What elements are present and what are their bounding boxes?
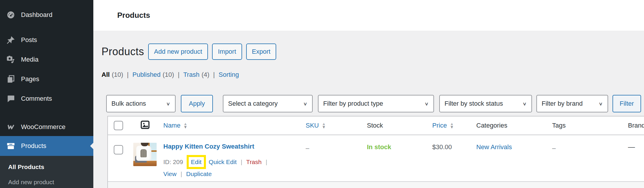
- next-table-row-partial: [108, 182, 644, 188]
- row-price-value: $30.00: [432, 143, 452, 151]
- sidebar-item-label: Products: [21, 142, 46, 150]
- submenu-item-all-products[interactable]: All Products: [8, 161, 93, 173]
- chevron-down-icon: ∨: [522, 101, 527, 106]
- edit-link-highlighted[interactable]: Edit: [187, 155, 206, 169]
- chevron-down-icon: ∨: [166, 101, 170, 106]
- product-type-value: Filter by product type: [323, 100, 383, 107]
- trash-link[interactable]: Trash: [246, 159, 262, 165]
- chevron-down-icon: ∨: [303, 101, 307, 106]
- row-actions-line-2: View | Duplicate: [163, 169, 303, 179]
- product-type-select[interactable]: Filter by product type ∨: [318, 95, 434, 112]
- sidebar-item-dashboard[interactable]: Dashboard: [0, 8, 93, 22]
- view-separator: |: [178, 71, 180, 79]
- main-content: Products Add new product Import Export A…: [93, 31, 644, 188]
- row-checkbox[interactable]: [114, 145, 123, 154]
- sidebar-item-label: Comments: [21, 95, 52, 102]
- quick-edit-link[interactable]: Quick Edit: [209, 159, 237, 165]
- stock-status-select[interactable]: Filter by stock status ∨: [439, 95, 532, 112]
- brand-value: Filter by brand: [542, 100, 583, 107]
- bulk-actions-value: Bulk actions: [111, 100, 146, 107]
- pushpin-icon: [6, 35, 16, 45]
- view-published-link[interactable]: Published: [132, 71, 161, 79]
- view-trash-count: (4): [202, 71, 209, 79]
- sidebar-item-label: Dashboard: [21, 11, 52, 19]
- column-header-tags: Tags: [552, 122, 566, 129]
- current-menu-arrow: [90, 143, 93, 149]
- stock-status-badge: In stock: [367, 143, 391, 151]
- row-brand-value: —: [628, 143, 635, 151]
- topbar-title: Products: [117, 11, 150, 20]
- products-box-icon: [6, 141, 16, 151]
- pages-icon: [6, 74, 16, 84]
- select-all-checkbox[interactable]: [114, 121, 123, 130]
- view-separator: |: [127, 71, 129, 79]
- view-trash-link[interactable]: Trash: [183, 71, 199, 79]
- media-icon: [6, 55, 16, 65]
- image-column-icon: [140, 120, 150, 132]
- dashboard-icon: [6, 10, 16, 20]
- page-heading-row: Products Add new product Import Export: [102, 43, 644, 60]
- product-name-link[interactable]: Happy Kitten Cozy Sweatshirt: [163, 143, 254, 150]
- view-all-link[interactable]: All: [102, 71, 110, 79]
- row-actions-line-1: ID: 209 Edit Quick Edit | Trash |: [163, 155, 303, 169]
- admin-sidebar: Dashboard Posts Media Pages Comments: [0, 0, 93, 188]
- sidebar-item-woocommerce[interactable]: WooCommerce: [0, 120, 93, 134]
- filter-button[interactable]: Filter: [612, 95, 641, 112]
- sidebar-item-label: Media: [21, 56, 38, 63]
- sidebar-item-posts[interactable]: Posts: [0, 33, 93, 47]
- category-link[interactable]: New Arrivals: [476, 143, 512, 151]
- sidebar-item-pages[interactable]: Pages: [0, 72, 93, 86]
- sort-arrows-icon: ▲ ▼: [322, 122, 326, 129]
- column-header-brand: Brand: [628, 122, 644, 129]
- row-tags-value: –: [552, 145, 556, 152]
- stock-status-value: Filter by stock status: [444, 100, 503, 107]
- sidebar-item-label: WooCommerce: [21, 123, 65, 131]
- import-button[interactable]: Import: [212, 43, 242, 60]
- view-published-count: (10): [163, 71, 174, 79]
- add-new-product-button[interactable]: Add new product: [148, 43, 208, 60]
- view-separator: |: [213, 71, 215, 79]
- view-filter-links: All (10) | Published (10) | Trash (4) | …: [102, 71, 644, 79]
- column-header-stock: Stock: [367, 122, 383, 129]
- column-header-sku[interactable]: SKU ▲ ▼: [306, 122, 326, 129]
- column-header-categories: Categories: [476, 122, 507, 129]
- apply-button[interactable]: Apply: [181, 95, 213, 112]
- view-all-count: (10): [112, 71, 123, 79]
- submenu-item-add-new-product[interactable]: Add new product: [8, 176, 93, 188]
- sidebar-item-products[interactable]: Products: [0, 136, 93, 156]
- sort-arrows-icon: ▲ ▼: [450, 122, 454, 129]
- page-title: Products: [102, 46, 144, 58]
- table-row: Happy Kitten Cozy Sweatshirt ID: 209 Edi…: [108, 135, 644, 182]
- row-actions: ID: 209 Edit Quick Edit | Trash | View |…: [163, 155, 303, 179]
- duplicate-link[interactable]: Duplicate: [186, 170, 212, 177]
- row-sku-value: –: [306, 145, 309, 152]
- products-table: Name ▲ ▼ SKU ▲ ▼ Stock: [107, 116, 644, 188]
- sidebar-item-comments[interactable]: Comments: [0, 91, 93, 106]
- comment-bubble-icon: [6, 94, 16, 104]
- filters-row: Bulk actions ∨ Apply Select a category ∨…: [106, 95, 644, 112]
- category-select[interactable]: Select a category ∨: [223, 95, 313, 112]
- sidebar-item-label: Posts: [21, 36, 37, 44]
- sidebar-item-media[interactable]: Media: [0, 52, 93, 67]
- category-value: Select a category: [228, 100, 278, 107]
- view-sorting-link[interactable]: Sorting: [218, 71, 239, 79]
- column-header-name[interactable]: Name ▲ ▼: [163, 122, 188, 129]
- chevron-down-icon: ∨: [424, 101, 429, 106]
- export-button[interactable]: Export: [246, 43, 276, 60]
- bulk-actions-select[interactable]: Bulk actions ∨: [106, 95, 176, 112]
- brand-select[interactable]: Filter by brand ∨: [536, 95, 608, 112]
- column-header-price[interactable]: Price ▲ ▼: [432, 122, 454, 129]
- view-link[interactable]: View: [163, 170, 176, 177]
- product-id-label: ID: 209: [163, 159, 183, 165]
- top-bar: Products: [93, 0, 644, 31]
- woocommerce-icon: [6, 122, 16, 132]
- products-submenu: All Products Add new product: [0, 156, 93, 188]
- sidebar-item-label: Pages: [21, 75, 39, 83]
- table-header-row: Name ▲ ▼ SKU ▲ ▼ Stock: [108, 116, 644, 135]
- product-thumbnail[interactable]: [133, 143, 157, 166]
- chevron-down-icon: ∨: [598, 101, 603, 106]
- sort-arrows-icon: ▲ ▼: [183, 122, 188, 129]
